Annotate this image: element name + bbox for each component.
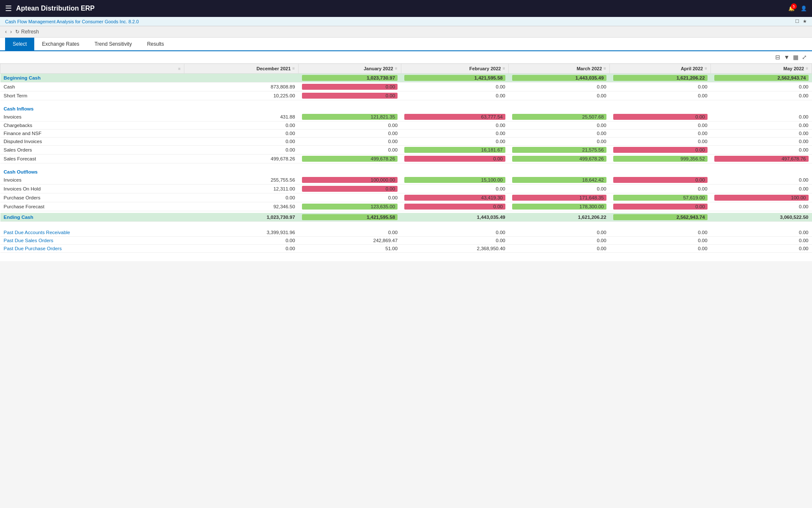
dropdown-icon[interactable]: ▼ xyxy=(784,54,790,61)
sales-forecast-jan2022-value: 499,678.26 xyxy=(302,156,398,162)
grid-view-icon[interactable]: ▦ xyxy=(793,54,798,61)
invoices-out-row: Invoices 255,755.56 100,000.00 15,100.00… xyxy=(0,176,812,185)
col-jan2022: January 2022 ≡ xyxy=(299,64,401,74)
expand-icon[interactable]: ⤢ xyxy=(802,54,807,61)
cash-outflows-header-row: Cash Outflows xyxy=(0,165,812,176)
col-menu-apr2022[interactable]: ≡ xyxy=(705,66,707,71)
past-due-so-may2022: 0.00 xyxy=(711,236,812,244)
purchase-orders-mar2022-value: 171,648.35 xyxy=(512,195,606,201)
sales-orders-row: Sales Orders 0.00 0.00 16,181.67 21,575.… xyxy=(0,146,812,155)
col-feb2022: February 2022 ≡ xyxy=(401,64,509,74)
hamburger-icon[interactable]: ☰ xyxy=(5,4,12,13)
invoices-in-feb2022: 63,777.54 xyxy=(401,113,509,121)
finance-nsf-label: Finance and NSF xyxy=(0,130,184,138)
spacer-4 xyxy=(0,222,812,229)
short-term-jan2022-value: 0.00 xyxy=(302,93,398,99)
beginning-cash-label: Beginning Cash xyxy=(0,74,184,83)
cash-outflows-label: Cash Outflows xyxy=(0,165,812,176)
forward-button[interactable]: › xyxy=(10,29,12,35)
past-due-so-feb2022: 0.00 xyxy=(401,236,509,244)
purchase-forecast-feb2022: 0.00 xyxy=(401,202,509,211)
sales-orders-dec2021: 0.00 xyxy=(184,146,299,155)
invoices-in-mar2022-value: 25,507.68 xyxy=(512,114,606,120)
past-due-po-apr2022: 0.00 xyxy=(610,244,711,252)
short-term-dec2021: 10,225.00 xyxy=(184,91,299,100)
disputed-invoices-row: Disputed Invoices 0.00 0.00 0.00 0.00 0.… xyxy=(0,138,812,146)
purchase-orders-feb2022-value: 43,419.30 xyxy=(404,195,505,201)
col-may2022: May 2022 ≡ xyxy=(711,64,812,74)
col-menu-feb2022[interactable]: ≡ xyxy=(502,66,505,71)
user-icon[interactable]: 👤 xyxy=(801,6,807,11)
sales-forecast-feb2022-value: 0.00 xyxy=(404,156,505,162)
past-due-ar-row: Past Due Accounts Receivable 3,399,931.9… xyxy=(0,229,812,237)
sales-forecast-dec2021: 499,678.26 xyxy=(184,155,299,163)
past-due-ar-apr2022: 0.00 xyxy=(610,229,711,237)
past-due-ar-may2022: 0.00 xyxy=(711,229,812,237)
cash-inflows-label: Cash Inflows xyxy=(0,102,812,113)
tab-results[interactable]: Results xyxy=(140,38,172,50)
col-menu-dec2021[interactable]: ≡ xyxy=(292,66,295,71)
beginning-cash-mar2022-value: 1,443,035.49 xyxy=(512,75,606,81)
short-term-row: Short Term 10,225.00 0.00 0.00 0.00 0.00… xyxy=(0,91,812,100)
invoices-in-feb2022-value: 63,777.54 xyxy=(404,114,505,120)
disputed-invoices-dec2021: 0.00 xyxy=(184,138,299,146)
chargebacks-apr2022: 0.00 xyxy=(610,121,711,130)
sales-forecast-mar2022: 499,678.26 xyxy=(509,155,610,163)
main-content: ≡ December 2021 ≡ January 2022 ≡ Februar… xyxy=(0,64,812,261)
beginning-cash-dec2021 xyxy=(184,74,299,83)
invoices-on-hold-label: Invoices On Hold xyxy=(0,185,184,193)
star-icon[interactable]: ★ xyxy=(803,19,807,24)
invoices-out-apr2022-value: 0.00 xyxy=(613,177,708,183)
sales-forecast-apr2022: 999,356.52 xyxy=(610,155,711,163)
sales-forecast-label: Sales Forecast xyxy=(0,155,184,163)
short-term-jan2022: 0.00 xyxy=(299,91,401,100)
beginning-cash-may2022-value: 2,562,943.74 xyxy=(714,75,809,81)
purchase-forecast-dec2021: 92,346.50 xyxy=(184,202,299,211)
sales-forecast-feb2022: 0.00 xyxy=(401,155,509,163)
invoices-in-row: Invoices 431.88 121,821.35 63,777.54 25,… xyxy=(0,113,812,121)
purchase-forecast-row: Purchase Forecast 92,346.50 123,635.00 0… xyxy=(0,202,812,211)
col-apr2022: April 2022 ≡ xyxy=(610,64,711,74)
refresh-button[interactable]: ↻ Refresh xyxy=(15,29,39,35)
invoices-on-hold-dec2021: 12,311.00 xyxy=(184,185,299,193)
purchase-forecast-may2022: 0.00 xyxy=(711,202,812,211)
disputed-invoices-jan2022: 0.00 xyxy=(299,138,401,146)
col-dec2021: December 2021 ≡ xyxy=(184,64,299,74)
tab-select[interactable]: Select xyxy=(5,38,34,50)
finance-nsf-dec2021: 0.00 xyxy=(184,130,299,138)
refresh-icon: ↻ xyxy=(15,29,19,35)
col-menu-jan2022[interactable]: ≡ xyxy=(395,66,398,71)
top-bar-left: ☰ Aptean Distribution ERP xyxy=(5,4,95,13)
short-term-label: Short Term xyxy=(0,91,184,100)
ending-cash-row: Ending Cash 1,023,730.97 1,421,595.58 1,… xyxy=(0,213,812,222)
cash-jan2022-value: 0.00 xyxy=(302,84,398,90)
disputed-invoices-apr2022: 0.00 xyxy=(610,138,711,146)
window-icon[interactable]: ☐ xyxy=(795,19,799,24)
col-mar2022: March 2022 ≡ xyxy=(509,64,610,74)
ending-cash-may2022: 3,060,522.50 xyxy=(711,213,812,222)
col-menu-mar2022[interactable]: ≡ xyxy=(604,66,606,71)
disputed-invoices-feb2022: 0.00 xyxy=(401,138,509,146)
sales-orders-feb2022: 16,181.67 xyxy=(401,146,509,155)
purchase-forecast-jan2022: 123,635.00 xyxy=(299,202,401,211)
invoices-in-label: Invoices xyxy=(0,113,184,121)
sales-orders-mar2022: 21,575.56 xyxy=(509,146,610,155)
col-apr2022-label: April 2022 xyxy=(681,66,703,71)
tab-trend-sensitivity[interactable]: Trend Sensitivity xyxy=(87,38,139,50)
top-bar: ☰ Aptean Distribution ERP 🔔 5 👤 xyxy=(0,0,812,17)
subtitle-bar: Cash Flow Management Analysis for Consum… xyxy=(0,17,812,26)
ending-cash-apr2022: 2,562,943.74 xyxy=(610,213,711,222)
notification-button[interactable]: 🔔 5 xyxy=(788,6,795,11)
tab-exchange-rates[interactable]: Exchange Rates xyxy=(34,38,87,50)
invoices-in-jan2022-value: 121,821.35 xyxy=(302,114,398,120)
beginning-cash-jan2022-value: 1,023,730.97 xyxy=(302,75,398,81)
cash-inflows-header-row: Cash Inflows xyxy=(0,102,812,113)
back-button[interactable]: ‹ xyxy=(5,29,7,35)
col-menu-may2022[interactable]: ≡ xyxy=(806,66,808,71)
chargebacks-mar2022: 0.00 xyxy=(509,121,610,130)
past-due-po-feb2022: 2,368,950.40 xyxy=(401,244,509,252)
finance-nsf-jan2022: 0.00 xyxy=(299,130,401,138)
filter-icon[interactable]: ⊟ xyxy=(775,54,780,61)
col-menu-desc[interactable]: ≡ xyxy=(178,66,181,71)
past-due-po-row: Past Due Purchase Orders 0.00 51.00 2,36… xyxy=(0,244,812,252)
